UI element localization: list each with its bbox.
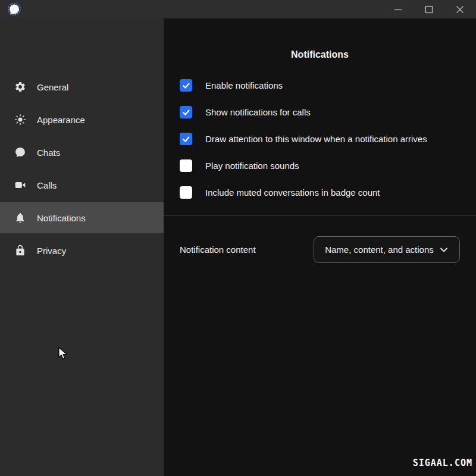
sidebar-item-chats[interactable]: Chats — [0, 137, 164, 168]
window-controls — [383, 0, 475, 18]
sidebar-item-general[interactable]: General — [0, 71, 164, 102]
sidebar-item-privacy[interactable]: Privacy — [0, 235, 164, 266]
notification-content-label: Notification content — [180, 245, 256, 255]
maximize-button[interactable] — [414, 0, 444, 18]
minimize-button[interactable] — [383, 0, 414, 18]
video-camera-icon — [14, 179, 26, 191]
sidebar-item-label: General — [37, 82, 68, 92]
sidebar-item-label: Calls — [37, 180, 57, 190]
show-call-notifications-checkbox[interactable] — [180, 106, 192, 118]
section-divider — [164, 215, 476, 216]
sidebar-item-label: Appearance — [37, 115, 85, 125]
sidebar-item-appearance[interactable]: Appearance — [0, 104, 164, 135]
checkbox-row-play-sounds[interactable]: Play notification sounds — [180, 152, 460, 179]
lock-icon — [14, 245, 26, 256]
checkbox-row-include-muted[interactable]: Include muted conversations in badge cou… — [180, 179, 460, 206]
bell-icon — [14, 212, 26, 224]
checkbox-label: Play notification sounds — [205, 161, 299, 171]
chat-bubble-icon — [14, 146, 26, 158]
include-muted-checkbox[interactable] — [180, 186, 192, 199]
page-title: Notifications — [164, 49, 476, 60]
gear-icon — [14, 81, 26, 93]
notification-content-row: Notification content Name, content, and … — [164, 236, 476, 263]
checkbox-label: Draw attention to this window when a not… — [205, 134, 427, 144]
close-button[interactable] — [444, 0, 475, 18]
notifications-settings-panel: Notifications Enable notifications Show … — [164, 18, 476, 476]
sidebar-item-label: Notifications — [37, 213, 86, 223]
checkbox-label: Show notifications for calls — [205, 107, 311, 117]
draw-attention-checkbox[interactable] — [180, 133, 192, 145]
dropdown-selected-value: Name, content, and actions — [325, 245, 434, 255]
signal-logo-icon — [7, 2, 21, 17]
notification-options-list: Enable notifications Show notifications … — [164, 72, 476, 206]
checkbox-label: Enable notifications — [205, 80, 283, 90]
watermark: SIGAAL.COM — [413, 458, 472, 468]
notification-content-dropdown[interactable]: Name, content, and actions — [314, 236, 460, 263]
checkbox-row-draw-attention[interactable]: Draw attention to this window when a not… — [180, 126, 460, 152]
settings-sidebar: General Appearance Chats Calls Notificat… — [0, 18, 164, 476]
sidebar-item-label: Privacy — [37, 246, 66, 256]
sidebar-item-notifications[interactable]: Notifications — [0, 202, 164, 233]
enable-notifications-checkbox[interactable] — [180, 79, 192, 92]
sun-icon — [14, 114, 26, 126]
sidebar-item-label: Chats — [37, 148, 60, 158]
titlebar — [0, 0, 476, 18]
checkbox-row-enable-notifications[interactable]: Enable notifications — [180, 72, 460, 99]
play-sounds-checkbox[interactable] — [180, 159, 192, 172]
chevron-down-icon — [439, 245, 449, 255]
sidebar-item-calls[interactable]: Calls — [0, 170, 164, 201]
checkbox-label: Include muted conversations in badge cou… — [205, 187, 380, 198]
checkbox-row-show-call-notifications[interactable]: Show notifications for calls — [180, 99, 460, 126]
